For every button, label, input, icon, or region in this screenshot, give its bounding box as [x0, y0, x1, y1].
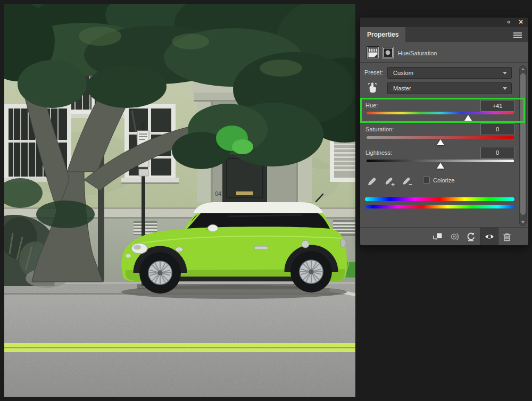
properties-panel: « × Properties Hue/Saturation Preset: Cu…	[360, 18, 528, 245]
road	[4, 282, 355, 397]
scroll-down-icon[interactable]	[521, 221, 525, 223]
eyedropper-icon	[367, 176, 377, 187]
scroll-up-icon[interactable]	[521, 68, 525, 70]
eyedropper-add-button[interactable]	[384, 176, 395, 187]
hue-slider[interactable]	[367, 112, 514, 122]
channel-value: Master	[393, 85, 411, 91]
channel-dropdown[interactable]: Master	[387, 82, 512, 94]
close-panel-icon[interactable]: ×	[519, 18, 523, 26]
preset-dropdown[interactable]: Custom	[387, 67, 512, 79]
delete-adjustment-button[interactable]	[502, 231, 512, 242]
scrollbar-thumb[interactable]	[520, 73, 526, 215]
saturation-slider-track[interactable]	[367, 136, 514, 139]
chevron-down-icon	[503, 87, 507, 90]
reset-adjustment-button[interactable]	[466, 231, 476, 242]
view-previous-state-button[interactable]	[450, 231, 460, 242]
previous-state-eye-icon	[450, 231, 460, 242]
panel-tab-bar: Properties	[360, 27, 528, 42]
hue-spectrum-adjusted-bar	[365, 205, 514, 208]
lightness-label: Lightness:	[365, 149, 392, 156]
collapse-panel-icon[interactable]: «	[507, 18, 510, 26]
house-number: 04	[215, 190, 221, 197]
eye-icon	[484, 231, 495, 242]
adjustment-title: Hue/Saturation	[398, 50, 437, 56]
eyedropper-subtract-button[interactable]	[402, 176, 412, 187]
hand-pointer-icon	[365, 81, 379, 95]
clip-to-layer-button[interactable]	[432, 231, 443, 242]
saturation-value-input[interactable]: 0	[480, 123, 514, 135]
road-line-top	[4, 343, 355, 347]
photoshop-workspace: { "scene": { "house_number": "04", "car_…	[0, 0, 532, 401]
chevron-down-icon	[503, 72, 507, 74]
adjustment-thumbnail-icon	[368, 48, 378, 57]
hue-label: Hue:	[365, 102, 378, 108]
document-canvas[interactable]: 04	[4, 4, 355, 397]
layer-mask-icon[interactable]	[382, 47, 394, 59]
preset-label: Preset:	[364, 69, 383, 76]
lightness-slider-thumb[interactable]	[437, 163, 444, 169]
colorize-label: Colorize	[433, 177, 454, 183]
car-roof	[194, 202, 323, 213]
toggle-visibility-button[interactable]	[480, 228, 498, 245]
eyedropper-minus-icon	[402, 176, 412, 187]
hue-spectrum-reference-bar	[365, 197, 514, 201]
lightness-value-input[interactable]: 0	[480, 147, 514, 158]
lightness-slider[interactable]	[367, 160, 514, 170]
rear-wheel	[290, 251, 332, 293]
clip-to-layer-icon	[432, 231, 443, 242]
saturation-slider-thumb[interactable]	[437, 139, 444, 145]
targeted-adjustment-tool[interactable]	[365, 81, 379, 95]
saturation-slider[interactable]	[367, 136, 514, 147]
lightness-slider-track[interactable]	[367, 160, 514, 162]
eyedropper-sample-button[interactable]	[367, 176, 377, 187]
eyedropper-plus-icon	[384, 176, 395, 187]
saturation-label: Saturation:	[365, 126, 394, 132]
panel-titlebar: « ×	[360, 18, 528, 27]
hue-slider-thumb[interactable]	[464, 115, 472, 121]
divider	[360, 62, 528, 63]
panel-scrollbar[interactable]	[519, 65, 527, 226]
hue-slider-track[interactable]	[367, 112, 514, 114]
mask-thumbnail-icon	[383, 48, 393, 57]
front-wheel	[139, 252, 181, 294]
tab-properties[interactable]: Properties	[360, 27, 405, 42]
trash-icon	[502, 231, 512, 242]
panel-menu-icon[interactable]	[513, 32, 522, 34]
road-line-bottom	[4, 348, 355, 352]
panel-footer	[360, 227, 528, 246]
reset-icon	[466, 231, 476, 242]
preset-value: Custom	[393, 70, 413, 76]
adjustment-layer-icon[interactable]	[367, 47, 379, 59]
hue-value-input[interactable]: +41	[480, 100, 514, 112]
colorize-checkbox[interactable]	[423, 177, 430, 183]
street-photo: 04	[4, 4, 355, 397]
